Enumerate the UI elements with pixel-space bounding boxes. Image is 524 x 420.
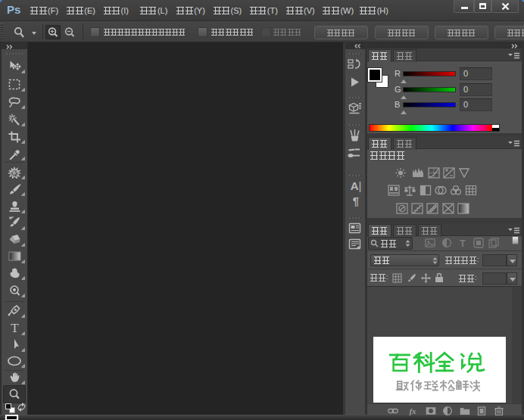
svg-text:fx: fx [409,406,416,415]
svg-text:T: T [460,238,466,248]
